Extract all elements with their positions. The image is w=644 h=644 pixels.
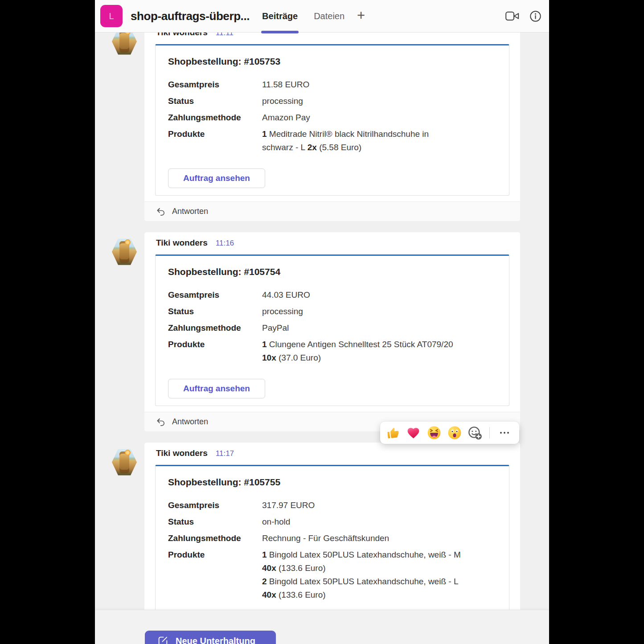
view-order-button[interactable]: Auftrag ansehen <box>168 168 265 188</box>
message-time: 11:17 <box>216 448 234 459</box>
sender-avatar[interactable] <box>112 33 137 55</box>
reaction-bar-divider <box>489 427 490 439</box>
field-value: processing <box>262 94 303 108</box>
heart-reaction[interactable] <box>406 426 421 440</box>
field-label: Status <box>168 94 262 108</box>
reply-row[interactable]: Antworten <box>144 201 520 221</box>
field-label: Gesamtpreis <box>168 288 262 302</box>
reply-label: Antworten <box>172 417 208 427</box>
field-value: processing <box>262 305 303 318</box>
order-field-row: Status on-hold <box>168 515 496 529</box>
more-options-icon[interactable] <box>497 426 512 440</box>
message: Tiki wonders 11:16 Shopbestellung: #1057… <box>144 232 520 431</box>
reply-arrow-icon <box>156 417 166 427</box>
order-field-row: Gesamtpreis 317.97 EURO <box>168 499 496 512</box>
order-field-row: Gesamtpreis 11.58 EURO <box>168 78 496 91</box>
header-actions <box>505 10 542 23</box>
message-time: 11:11 <box>216 33 234 38</box>
sender-avatar[interactable] <box>112 238 137 265</box>
channel-header: L shop-auftrags-überp... Beiträge Dateie… <box>95 0 549 33</box>
order-products-row: Produkte 1 Clungene Antigen Schnelltest … <box>168 338 496 365</box>
order-card: Shopbestellung: #105754 Gesamtpreis 44.0… <box>155 254 509 406</box>
order-field-row: Zahlungsmethode PayPal <box>168 321 496 335</box>
field-value: 44.03 EURO <box>262 288 310 302</box>
order-products-row: Produkte 1 Meditrade Nitril® black Nitri… <box>168 127 496 154</box>
field-value: 317.97 EURO <box>262 499 315 512</box>
channel-avatar[interactable]: L <box>100 5 123 27</box>
order-card-title: Shopbestellung: #105755 <box>168 477 496 488</box>
field-value: PayPal <box>262 321 289 335</box>
composer-bar: Neue Unterhaltung <box>95 610 549 644</box>
order-field-row: Status processing <box>168 305 496 318</box>
order-products-row: Produkte 1 Bingold Latex 50PLUS Latexhan… <box>168 548 496 602</box>
product-lines: 1 Clungene Antigen Schnelltest 25 Stück … <box>262 338 453 365</box>
reaction-bar <box>380 422 519 444</box>
message-time: 11:16 <box>216 238 234 249</box>
sender-avatar[interactable] <box>112 449 137 476</box>
field-label: Gesamtpreis <box>168 499 262 512</box>
screenshot-stage: L shop-auftrags-überp... Beiträge Dateie… <box>0 0 644 644</box>
field-value: Rechnung - Für Geschäftskunden <box>262 532 389 545</box>
order-card: Shopbestellung: #105755 Gesamtpreis 317.… <box>155 465 509 610</box>
field-label: Zahlungsmethode <box>168 111 262 124</box>
field-label: Status <box>168 515 262 529</box>
message-list[interactable]: Tiki wonders 11:11 Shopbestellung: #1057… <box>95 33 549 610</box>
field-label: Produkte <box>168 548 262 602</box>
message-header: Tiki wonders 11:11 <box>144 33 520 41</box>
field-value: on-hold <box>262 515 290 529</box>
new-conversation-label: Neue Unterhaltung <box>176 636 255 644</box>
order-card-title: Shopbestellung: #105754 <box>168 267 496 277</box>
view-order-button[interactable]: Auftrag ansehen <box>168 379 265 398</box>
surprised-reaction[interactable] <box>447 426 462 440</box>
field-label: Gesamtpreis <box>168 78 262 91</box>
product-lines: 1 Bingold Latex 50PLUS Latexhandschuhe, … <box>262 548 461 602</box>
message: Tiki wonders 11:17 Shopbestellung: #1057… <box>144 443 520 610</box>
field-value: Amazon Pay <box>262 111 310 124</box>
field-label: Zahlungsmethode <box>168 532 262 545</box>
tab-bar: Beiträge Dateien <box>262 0 345 32</box>
tab-dateien[interactable]: Dateien <box>314 0 345 32</box>
message: Tiki wonders 11:11 Shopbestellung: #1057… <box>144 33 520 221</box>
thumbs-up-reaction[interactable] <box>386 426 400 440</box>
channel-initial: L <box>109 11 114 21</box>
add-reaction-icon[interactable] <box>468 426 482 440</box>
add-tab-button[interactable]: + <box>357 8 365 24</box>
laughing-reaction[interactable] <box>427 426 441 440</box>
teams-channel-window: L shop-auftrags-überp... Beiträge Dateie… <box>95 0 549 644</box>
sender-name[interactable]: Tiki wonders <box>156 33 208 38</box>
reply-label: Antworten <box>172 207 208 216</box>
info-icon[interactable] <box>529 10 542 23</box>
field-value: 11.58 EURO <box>262 78 309 91</box>
order-field-row: Gesamtpreis 44.03 EURO <box>168 288 496 302</box>
reply-arrow-icon <box>156 207 166 217</box>
field-label: Produkte <box>168 127 262 154</box>
order-field-row: Zahlungsmethode Amazon Pay <box>168 111 496 124</box>
product-lines: 1 Meditrade Nitril® black Nitrilhandschu… <box>262 127 429 154</box>
order-card-title: Shopbestellung: #105753 <box>168 56 496 67</box>
field-label: Zahlungsmethode <box>168 321 262 335</box>
video-call-icon[interactable] <box>505 11 519 21</box>
sender-name[interactable]: Tiki wonders <box>156 448 208 459</box>
field-label: Produkte <box>168 338 262 365</box>
compose-icon <box>157 636 168 644</box>
new-conversation-button[interactable]: Neue Unterhaltung <box>145 631 276 644</box>
message-header: Tiki wonders 11:17 <box>144 443 520 461</box>
tab-beitraege[interactable]: Beiträge <box>262 0 298 32</box>
order-card: Shopbestellung: #105753 Gesamtpreis 11.5… <box>155 44 509 196</box>
message-header: Tiki wonders 11:16 <box>144 232 520 251</box>
field-label: Status <box>168 305 262 318</box>
order-field-row: Status processing <box>168 94 496 108</box>
channel-title: shop-auftrags-überp... <box>131 9 250 23</box>
sender-name[interactable]: Tiki wonders <box>156 238 208 248</box>
order-field-row: Zahlungsmethode Rechnung - Für Geschäfts… <box>168 532 496 545</box>
